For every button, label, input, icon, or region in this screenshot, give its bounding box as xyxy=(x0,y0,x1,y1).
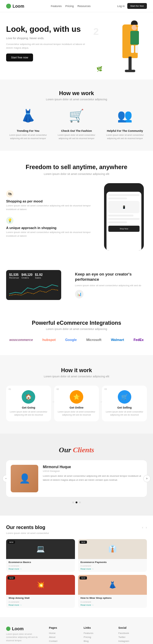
blog-card-title-4: How to Wear Shop options xyxy=(80,597,144,600)
hero-title: Look, good, with us xyxy=(6,24,92,34)
hero-cta-button[interactable]: Start free now xyxy=(6,54,33,61)
hero-decor-plant: 🌿 xyxy=(96,66,103,72)
footer-brand: Loom Lorem ipsum dolor sit amet consecte… xyxy=(6,626,43,644)
footer-logo-dot xyxy=(6,627,10,631)
phone-cta-text: Shop Now xyxy=(120,228,128,230)
footer-link-about[interactable]: About xyxy=(49,636,77,638)
blog-header: Our recents blog ‹ › xyxy=(6,525,147,530)
logo-text: Loom xyxy=(13,4,24,9)
footer-link-facebook[interactable]: Facebook xyxy=(118,632,147,635)
step-icon-2: ⭐ xyxy=(70,390,83,404)
performance-section: $1,535 Revenue $46,120 Orders $1.92 Sale… xyxy=(0,263,153,308)
blog-emoji-1: 💻 xyxy=(36,545,45,553)
blog-section: Our recents blog ‹ › Lorem ipsum dolor s… xyxy=(0,516,153,617)
clients-section: Our Clients ‹ 👤 Mirmorul Huque UX/UI Des… xyxy=(0,434,153,516)
blog-card-body-3: Shop Among Stall 4 comment Read more → xyxy=(6,595,75,608)
footer-top: Loom Lorem ipsum dolor sit amet consecte… xyxy=(6,626,147,644)
how-card-2: 🛒 Check Out The Fashion Lorem ipsum dolo… xyxy=(54,109,98,140)
footer-col-links-title: Links xyxy=(84,626,112,629)
person-leg-left xyxy=(131,45,134,53)
phone-mockup: 📱 Shop Now xyxy=(104,183,144,250)
footer-logo-text: Loom xyxy=(12,626,24,631)
footer-link-home[interactable]: Home xyxy=(49,632,77,635)
how-card-1-text: Lorem ipsum dolor sit amet consectetur a… xyxy=(6,134,50,140)
blog-prev-button[interactable]: ‹ xyxy=(142,525,143,530)
how-icon-3: 👥 xyxy=(116,109,134,127)
step-title-3: Get Selling xyxy=(105,406,144,409)
testimonial-wrapper: ‹ 👤 Mirmorul Huque UX/UI Designer Lorem … xyxy=(6,460,147,497)
footer-col-social: Social Facebook Twitter Instagram Linked… xyxy=(118,626,147,644)
blog-read-more-4[interactable]: Read more → xyxy=(80,604,144,606)
freedom-title: Freedom to sell anytime, anywhere xyxy=(6,163,147,171)
blog-next-button[interactable]: › xyxy=(146,525,147,530)
how-card-3-title: Helpful For The Community xyxy=(103,129,147,132)
testimonial-avatar: 👤 xyxy=(11,465,38,492)
feature-text-2: Lorem ipsum dolor sit amet consectetur a… xyxy=(6,231,96,238)
footer-link-instagram[interactable]: Instagram xyxy=(118,640,147,642)
carousel-dot-2[interactable] xyxy=(76,502,77,503)
nav-right: Log in Start for free xyxy=(117,3,147,9)
blog-read-more-1[interactable]: Read more → xyxy=(9,568,73,570)
nav-login[interactable]: Log in xyxy=(117,5,125,8)
integrations-section: Powerful eCommerce Integrations Lorem ip… xyxy=(0,308,153,355)
chart-area xyxy=(9,282,58,297)
carousel-dot-3[interactable] xyxy=(79,502,81,503)
nav-link-resources[interactable]: Resources xyxy=(77,5,91,8)
blog-card-3: NEW 💥 Shop Among Stall 4 comment Read mo… xyxy=(6,575,75,608)
testimonial-name: Mirmorul Huque xyxy=(43,465,142,469)
phone-notch xyxy=(118,187,130,189)
blog-read-more-3[interactable]: Read more → xyxy=(9,604,73,606)
how-card-3: 👥 Helpful For The Community Lorem ipsum … xyxy=(103,109,147,140)
how-icon-2: 🛒 xyxy=(67,109,86,127)
footer-link-twitter[interactable]: Twitter xyxy=(118,636,147,638)
blog-read-more-2[interactable]: Read more → xyxy=(80,568,144,570)
brand-fedex: FedEx xyxy=(131,337,146,343)
how-we-work-section: How we work Lorem ipsum dolor sit amet c… xyxy=(0,80,153,151)
how-card-2-text: Lorem ipsum dolor sit amet consectetur a… xyxy=(54,134,98,140)
blog-card-meta-3: 4 comment xyxy=(9,601,73,603)
step-title-2: Get Online xyxy=(57,406,96,409)
carousel-dot-1[interactable] xyxy=(72,502,74,503)
carousel-next-button[interactable]: › xyxy=(143,475,151,482)
performance-subtitle: Lorem ipsum dolor sit amet consectetur a… xyxy=(75,284,144,287)
how-card-2-title: Check Out The Fashion xyxy=(54,129,98,132)
chart-stats: $1,535 Revenue $46,120 Orders $1.92 Sale… xyxy=(9,273,58,279)
phone-line-3 xyxy=(108,215,133,217)
testimonial-role: UX/UI Designer xyxy=(43,470,142,472)
feature-icon-2: 💡 xyxy=(6,217,13,224)
blog-card-meta-2: 4 comment xyxy=(80,565,144,567)
how-it-work-subtitle: Lorem ipsum dolor sit amet consectetur a… xyxy=(6,375,147,378)
footer-col-pages-title: Pages xyxy=(49,626,77,629)
footer-link-features[interactable]: Features xyxy=(84,632,112,635)
performance-chart: $1,535 Revenue $46,120 Orders $1.92 Sale… xyxy=(6,270,67,300)
blog-img-1: NEW 💻 xyxy=(6,539,75,559)
nav-cta-button[interactable]: Start for free xyxy=(127,3,147,9)
testimonial-content: Mirmorul Huque UX/UI Designer Lorem ipsu… xyxy=(43,465,142,482)
blog-card-title-3: Shop Among Stall xyxy=(9,597,73,600)
blog-emoji-4: 👗 xyxy=(108,581,117,589)
nav-link-pricing[interactable]: Pricing xyxy=(65,5,74,8)
footer-col-social-title: Social xyxy=(118,626,147,629)
navbar: Loom Features Pricing Resources Log in S… xyxy=(0,0,153,12)
footer-link-pricing[interactable]: Pricing xyxy=(84,636,112,638)
hero-text: Look, good, with us Love for shopping. N… xyxy=(6,21,92,61)
blog-img-4: NEW 👗 xyxy=(78,575,147,595)
step-card-2: 02 ⭐ Get Online Lorem ipsum dolor sit am… xyxy=(54,386,99,421)
how-it-work-section: How it work Lorem ipsum dolor sit amet c… xyxy=(0,355,153,434)
freedom-feature-1: 🛍 Shopping as per mood Lorem ipsum dolor… xyxy=(6,190,96,211)
hero-decor-star: ✦ xyxy=(135,23,139,30)
performance-title: Keep an eye on your creator's performanc… xyxy=(75,272,144,282)
chart-stat-1: $1,535 Revenue xyxy=(9,273,19,279)
blog-cards: NEW 💻 Ecommerce Basics 4 comment Read mo… xyxy=(6,539,147,608)
blog-emoji-2: 👔 xyxy=(108,545,117,553)
nav-link-features[interactable]: Features xyxy=(51,5,62,8)
blog-card-2: NEW 👔 Ecommerce Payments 4 comment Read … xyxy=(78,539,147,572)
clients-title: Our Clients xyxy=(6,446,147,454)
freedom-features: 🛍 Shopping as per mood Lorem ipsum dolor… xyxy=(6,190,96,243)
brand-woocommerce: woocommerce xyxy=(7,337,35,343)
phone-cta-block: Shop Now xyxy=(108,226,140,232)
integrations-logos: woocommerce hubspot Google Microsoft Wal… xyxy=(6,337,147,343)
footer-link-blog[interactable]: Blog xyxy=(84,640,112,642)
phone-line-2 xyxy=(108,198,127,199)
footer-link-contact[interactable]: Contact xyxy=(49,640,77,642)
